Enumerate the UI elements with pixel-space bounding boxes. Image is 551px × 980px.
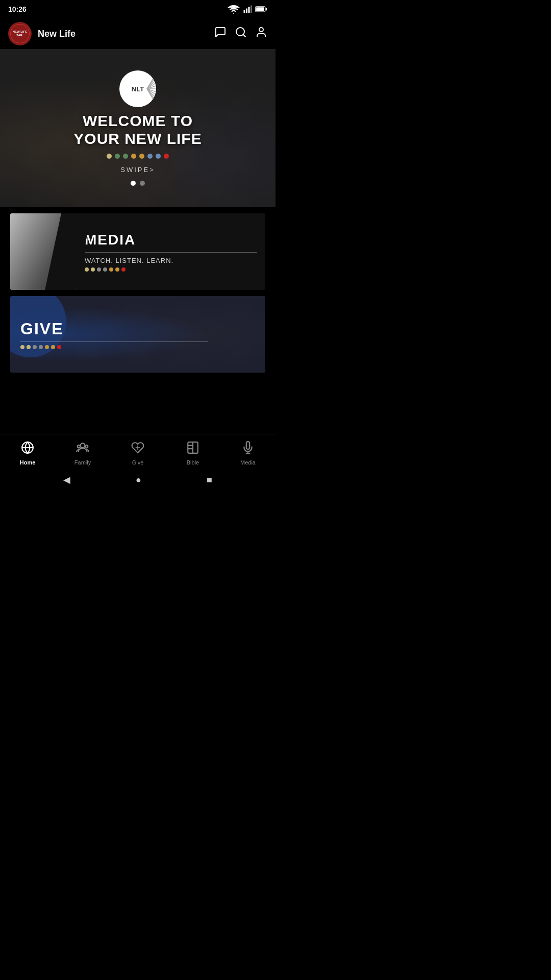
media-card-subtitle: WATCH. LISTEN. LEARN. [85,257,257,264]
signal-icon [243,5,252,14]
mdot-2 [91,267,95,272]
give-card[interactable]: GIVE [10,296,265,373]
nav-label-home: Home [20,459,36,465]
give-card-dots [20,345,255,349]
gdot-6 [51,345,55,349]
svg-point-24 [81,443,85,448]
media-card-dots [85,267,257,272]
mdot-7 [121,267,126,272]
media-card-content: MEDIA WATCH. LISTEN. LEARN. [77,213,265,290]
svg-point-0 [233,13,234,14]
nlt-logo-text: NLT [132,85,144,93]
android-home-btn[interactable]: ● [136,475,141,485]
media-card-title: MEDIA [85,232,257,248]
family-nav-icon [76,441,89,457]
svg-rect-6 [256,7,264,11]
header-actions [214,26,267,41]
nav-label-give: Give [132,459,144,465]
chat-icon[interactable] [214,26,227,41]
hero-banner[interactable]: NLT WELCOME TO YOUR NEW LIFE SWIPE> [0,49,276,207]
color-dot-4 [131,154,136,159]
battery-icon [255,6,267,13]
mdot-6 [115,267,119,272]
header-title: New Life [38,29,214,39]
svg-rect-2 [246,9,247,13]
nav-item-media[interactable]: Media [220,441,276,465]
status-icons [228,3,267,15]
nav-item-bible[interactable]: Bible [165,441,220,465]
account-icon[interactable] [255,26,267,41]
hero-title: WELCOME TO YOUR NEW LIFE [73,112,202,148]
gdot-4 [39,345,43,349]
give-card-content: GIVE [10,296,265,373]
color-dot-3 [123,154,128,159]
color-dot-6 [147,154,153,159]
media-card-divider [85,252,257,253]
nlt-logo: NLT [119,70,156,107]
nav-label-media: Media [240,459,256,465]
hero-content: NLT WELCOME TO YOUR NEW LIFE SWIPE> [73,70,202,186]
color-dot-7 [156,154,161,159]
nav-item-home[interactable]: Home [0,441,55,465]
mdot-4 [103,267,107,272]
slide-indicators [131,181,145,186]
gdot-3 [33,345,37,349]
search-icon[interactable] [235,26,247,41]
app-logo[interactable]: NEW LIFETAB. [8,22,32,45]
nav-item-family[interactable]: Family [55,441,110,465]
give-nav-icon [131,441,144,457]
gdot-2 [27,345,31,349]
gdot-7 [57,345,61,349]
gdot-1 [20,345,24,349]
android-nav: ◀ ● ■ [0,470,276,490]
svg-point-10 [259,28,263,32]
mdot-3 [97,267,101,272]
media-card[interactable]: MEDIA WATCH. LISTEN. LEARN. [10,213,265,290]
bible-nav-icon [186,441,199,457]
android-back-btn[interactable]: ◀ [63,474,70,485]
slide-dot-2[interactable] [140,181,145,186]
wifi-icon [228,3,240,15]
svg-line-9 [243,35,245,37]
logo-inner: NEW LIFETAB. [10,24,30,43]
hero-color-dots [107,154,169,159]
svg-line-14 [147,83,156,89]
android-recent-btn[interactable]: ■ [207,475,212,485]
gdot-5 [45,345,49,349]
swipe-text: SWIPE> [120,166,155,174]
media-nav-icon [241,441,255,457]
bottom-nav: Home Family Give [0,434,276,470]
media-card-image [10,213,77,290]
slide-dot-1[interactable] [131,181,136,186]
status-time: 10:26 [8,5,27,13]
nav-label-bible: Bible [187,459,199,465]
app-header: NEW LIFETAB. New Life [0,18,276,49]
svg-point-26 [85,445,88,448]
svg-rect-4 [251,6,252,13]
svg-point-25 [78,445,80,448]
give-card-divider [20,341,208,342]
color-dot-2 [115,154,120,159]
color-dot-5 [139,154,144,159]
color-dot-1 [107,154,112,159]
svg-rect-1 [244,10,245,13]
content-area: MEDIA WATCH. LISTEN. LEARN. GIVE [0,207,276,379]
give-card-title: GIVE [20,320,255,338]
color-dot-8 [164,154,169,159]
mdot-5 [109,267,113,272]
status-bar: 10:26 [0,0,276,18]
home-nav-icon [21,441,34,457]
svg-rect-3 [248,7,250,13]
nav-label-family: Family [74,459,91,465]
nav-item-give[interactable]: Give [110,441,165,465]
svg-rect-7 [266,8,267,10]
